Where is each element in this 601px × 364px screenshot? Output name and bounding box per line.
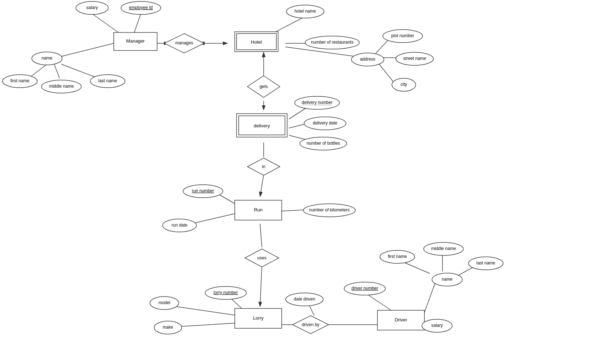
svg-line-31 bbox=[180, 323, 238, 326]
attr-num-restaurants-label: number of restaurants bbox=[311, 40, 353, 45]
entity-driver-label: Driver bbox=[395, 317, 407, 323]
svg-line-25 bbox=[191, 213, 238, 224]
attr-date-driven-label: date driven bbox=[294, 297, 315, 302]
attr-driver-number-label: driver number bbox=[351, 286, 378, 291]
svg-line-37 bbox=[405, 263, 430, 273]
entity-manager-label: Manager bbox=[126, 38, 145, 44]
svg-line-27 bbox=[260, 224, 262, 247]
svg-line-23 bbox=[260, 175, 264, 197]
svg-line-34 bbox=[310, 306, 314, 316]
relation-in-label: in bbox=[262, 164, 265, 169]
entity-delivery-label: delivery bbox=[254, 123, 270, 128]
relation-gets-label: gets bbox=[260, 84, 268, 89]
attr-name-driver-label: name bbox=[442, 277, 453, 282]
svg-line-36 bbox=[423, 278, 437, 317]
svg-line-8 bbox=[61, 64, 98, 78]
attr-run-number-label: run number bbox=[192, 188, 214, 193]
attr-middle-name-driver-label: middle name bbox=[431, 246, 456, 251]
attr-salary-driver-label: salary bbox=[431, 323, 443, 328]
relation-manages-label: manages bbox=[175, 40, 193, 45]
svg-line-26 bbox=[282, 210, 303, 211]
attr-plot-number-label: plot number bbox=[391, 33, 414, 38]
attr-delivery-number-label: delivery number bbox=[302, 100, 332, 105]
attr-make-label: make bbox=[163, 325, 173, 330]
attr-run-date-label: run date bbox=[172, 223, 187, 228]
attr-lorry-number-label: lorry number bbox=[213, 290, 238, 295]
attr-num-bottles-label: number of bottles bbox=[307, 141, 340, 146]
relation-uses-label: uses bbox=[257, 255, 266, 260]
entity-lorry-label: Lorry bbox=[253, 315, 264, 321]
svg-line-35 bbox=[368, 295, 394, 312]
svg-line-7 bbox=[54, 64, 60, 78]
attr-last-name-manager-label: last name bbox=[98, 78, 117, 83]
attr-first-name-manager-label: first name bbox=[10, 78, 30, 83]
attr-city-label: city bbox=[401, 82, 407, 87]
svg-line-30 bbox=[172, 306, 238, 316]
entity-run-label: Run bbox=[254, 207, 263, 212]
attr-num-km-label: number of kilometers bbox=[309, 207, 350, 212]
attr-delivery-date-label: delivery date bbox=[313, 120, 337, 126]
attr-name-manager-label: name bbox=[42, 56, 52, 61]
attr-model-label: model bbox=[159, 300, 170, 305]
attr-middle-name-manager-label: middle name bbox=[49, 84, 74, 89]
entity-hotel-label: Hotel bbox=[251, 39, 262, 45]
attr-last-name-driver-label: last name bbox=[476, 260, 495, 266]
attr-street-name-label: street name bbox=[403, 56, 426, 61]
relation-driven-by-label: driven by bbox=[302, 322, 320, 327]
attr-employee-id-label: employee Id bbox=[129, 5, 152, 10]
er-diagram: Manager Hotel delivery Run Lorry Driver … bbox=[0, 0, 601, 364]
svg-line-16 bbox=[379, 64, 394, 82]
diagram-canvas: Manager Hotel delivery Run Lorry Driver … bbox=[0, 0, 601, 364]
attr-first-name-driver-label: first name bbox=[388, 254, 407, 259]
svg-line-3 bbox=[92, 14, 121, 34]
svg-line-4 bbox=[134, 14, 141, 34]
attr-address-label: address bbox=[360, 57, 376, 62]
attr-salary-manager-label: salary bbox=[86, 5, 98, 10]
svg-line-28 bbox=[260, 265, 262, 307]
attr-hotel-name-label: hotel name bbox=[294, 9, 316, 14]
svg-line-5 bbox=[56, 41, 121, 58]
